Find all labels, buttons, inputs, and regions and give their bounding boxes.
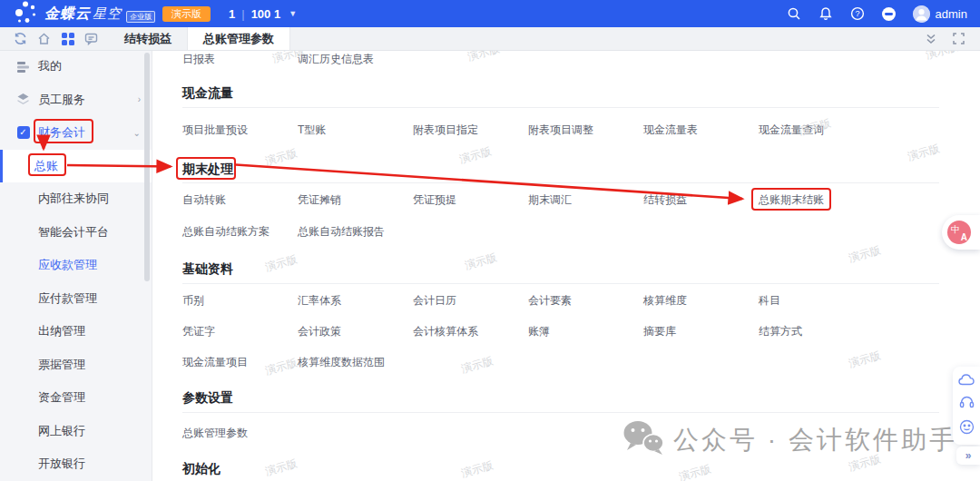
section-title-params: 参数设置	[182, 389, 233, 407]
sidebar-item-smart-accounting[interactable]: 智能会计平台	[0, 216, 152, 250]
base-data-links-row1: 币别 汇率体系 会计日历 会计要素 核算维度 科目	[182, 293, 874, 308]
fullscreen-icon[interactable]	[952, 32, 965, 45]
notification-bell-icon[interactable]	[818, 5, 834, 22]
sidebar-item-label: 总账	[34, 158, 58, 174]
menu-item-link[interactable]: 总账自动结账方案	[182, 224, 298, 239]
sidebar-item-label: 员工服务	[38, 92, 85, 108]
menu-item-link[interactable]: 凭证预提	[413, 192, 528, 207]
menu-item-link[interactable]: T型账	[298, 123, 413, 137]
menu-item-link[interactable]: 现金流量查询	[759, 123, 874, 137]
menu-item-link[interactable]: 总账自动结账报告	[298, 224, 413, 239]
menu-item-link[interactable]: 附表项目调整	[528, 123, 643, 137]
message-icon[interactable]	[84, 32, 98, 45]
tab-gl-parameters[interactable]: 总账管理参数	[187, 27, 290, 50]
smiley-feedback-icon[interactable]	[959, 419, 975, 438]
section-divider	[182, 107, 939, 108]
menu-item-link[interactable]: 会计政策	[298, 324, 413, 339]
kingdee-logo-icon	[13, 0, 38, 27]
layers-diamond-icon	[16, 93, 30, 106]
base-data-links-row3: 现金流量项目 核算维度数据范围	[182, 355, 874, 369]
menu-item-link[interactable]: 币别	[182, 293, 298, 308]
help-icon[interactable]: ?	[849, 5, 866, 22]
sidebar-nav: 我的 员工服务 › ✓ 财务会计 ⌄ 总账 内部往来协同 智能会计平台 应收款管…	[0, 50, 152, 481]
menu-item-link[interactable]: 科目	[759, 293, 874, 308]
menu-item-link[interactable]: 期末调汇	[528, 192, 643, 207]
org-primary: 1	[229, 7, 235, 21]
menu-item-link[interactable]: 现金流量项目	[182, 355, 298, 369]
menu-item-link[interactable]: 会计核算体系	[413, 324, 528, 339]
menu-item-link[interactable]: 会计要素	[528, 293, 643, 308]
menu-item-link[interactable]: 总账管理参数	[182, 426, 298, 440]
menu-item-link[interactable]: 汇率体系	[298, 293, 413, 308]
tab-closing-profit-loss[interactable]: 结转损益	[109, 27, 187, 50]
sidebar-item-internal-collaboration[interactable]: 内部往来协同	[0, 182, 152, 216]
menu-item-link[interactable]: 摘要库	[643, 324, 759, 339]
sidebar-item-financial-accounting[interactable]: ✓ 财务会计 ⌄	[0, 116, 152, 150]
topbar-actions: ? admin	[786, 5, 967, 23]
menu-item-link[interactable]: 现金流量表	[643, 123, 759, 137]
menu-item-link[interactable]: 凭证摊销	[298, 192, 413, 207]
chevron-down-icon[interactable]: ▼	[289, 9, 297, 18]
cloud-icon[interactable]	[958, 373, 975, 389]
user-menu[interactable]: admin	[913, 5, 967, 23]
sidebar-item-label: 内部往来协同	[38, 191, 109, 207]
section-title-period-end: 期末处理	[182, 161, 233, 178]
sidebar-item-cashier[interactable]: 出纳管理	[0, 315, 152, 348]
menu-item-link[interactable]: 项目批量预设	[182, 123, 298, 137]
username: admin	[936, 7, 967, 21]
brand-bold: 金蝶云	[44, 5, 91, 24]
sidebar-item-receivables[interactable]: 应收款管理	[0, 249, 152, 282]
sidebar-item-label: 开放银行	[38, 456, 85, 472]
menu-item-link[interactable]: 调汇历史信息表	[298, 52, 413, 66]
sync-icon[interactable]	[14, 32, 27, 45]
headset-icon[interactable]	[959, 395, 975, 413]
do-not-disturb-icon[interactable]	[881, 5, 897, 22]
sidebar-item-employee-services[interactable]: 员工服务 ›	[0, 83, 152, 117]
org-secondary: 100 1	[251, 7, 281, 21]
svg-text:?: ?	[855, 9, 859, 18]
toolbar-right-actions	[924, 27, 980, 50]
sidebar-item-online-banking[interactable]: 网上银行	[0, 415, 152, 448]
sidebar-item-my[interactable]: 我的	[0, 50, 152, 83]
app-grid-icon[interactable]	[61, 32, 74, 45]
translate-icon: 中 A	[947, 221, 971, 244]
menu-item-link[interactable]: 账簿	[528, 324, 643, 339]
period-end-links-row1: 自动转账 凭证摊销 凭证预提 期末调汇 结转损益 总账期末结账	[182, 192, 874, 207]
sidebar-item-notes[interactable]: 票据管理	[0, 348, 152, 382]
demo-version-badge: 演示版	[162, 6, 211, 22]
rail-expand-chevrons-icon[interactable]: »	[956, 447, 980, 465]
translate-glyph-cn: 中	[951, 223, 960, 236]
sidebar-item-payables[interactable]: 应付款管理	[0, 282, 152, 316]
app-window: 金蝶云 星空 企业版 演示版 1 | 100 1 ▼ ?	[0, 0, 980, 481]
menu-item-link[interactable]: 核算维度数据范围	[298, 355, 413, 369]
sidebar-scrollbar[interactable]	[144, 53, 150, 281]
section-title-base-data: 基础资料	[182, 260, 233, 278]
sidebar-item-label: 智能会计平台	[38, 224, 109, 240]
menu-item-link[interactable]: 结转损益	[643, 192, 759, 207]
section-title-init: 初始化	[182, 460, 220, 477]
menu-item-link[interactable]: 核算维度	[643, 293, 759, 308]
menu-item-link[interactable]: 自动转账	[182, 192, 298, 207]
tab-toolbar: 结转损益 总账管理参数	[0, 27, 980, 51]
open-tabs: 结转损益 总账管理参数	[109, 27, 290, 50]
sidebar-item-open-banking[interactable]: 开放银行	[0, 447, 152, 481]
sidebar-item-general-ledger[interactable]: 总账	[0, 150, 152, 183]
menu-item-link[interactable]: 会计日历	[413, 293, 528, 308]
sidebar-item-label: 资金管理	[38, 389, 85, 406]
menu-item-link[interactable]: 附表项目指定	[413, 123, 528, 137]
sidebar-item-label: 财务会计	[38, 124, 85, 141]
scrolled-links-row: 日报表 调汇历史信息表	[182, 52, 874, 66]
menu-item-link[interactable]: 凭证字	[182, 324, 298, 339]
home-icon[interactable]	[37, 32, 51, 45]
sidebar-item-label: 应收款管理	[38, 257, 97, 273]
menu-item-link[interactable]: 结算方式	[759, 324, 874, 339]
translate-float-button[interactable]: 中 A	[942, 215, 980, 250]
menu-item-link[interactable]: 日报表	[182, 52, 298, 66]
sidebar-item-label: 应付款管理	[38, 290, 97, 307]
menu-item-link-gl-period-closing[interactable]: 总账期末结账	[759, 192, 874, 207]
search-icon[interactable]	[786, 5, 802, 22]
collapse-double-chevron-icon[interactable]	[924, 32, 937, 45]
sidebar-item-funds[interactable]: 资金管理	[0, 381, 152, 415]
org-selector[interactable]: 1 | 100 1 ▼	[229, 7, 297, 21]
sidebar-item-label: 我的	[38, 58, 62, 74]
